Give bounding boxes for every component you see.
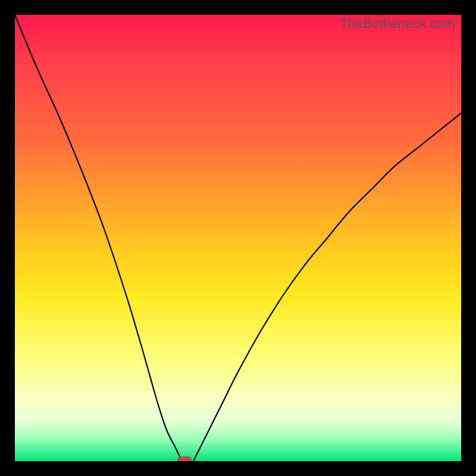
- chart-frame: TheBottleneck.com: [0, 0, 476, 476]
- curve-left-path: [15, 15, 184, 461]
- bottleneck-marker: [177, 456, 192, 461]
- plot-area: TheBottleneck.com: [15, 15, 461, 461]
- curve-right-path: [193, 113, 461, 461]
- bottleneck-curve: [15, 15, 461, 461]
